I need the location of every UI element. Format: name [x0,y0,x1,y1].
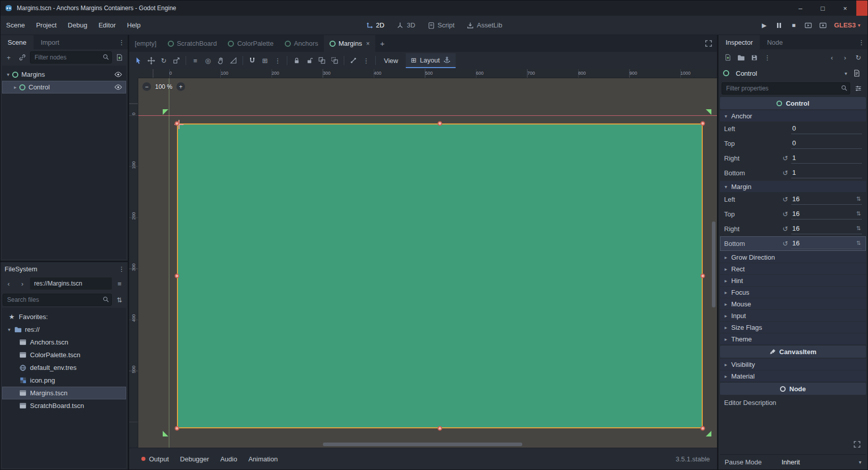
zoom-out-button[interactable]: − [142,82,151,91]
menu-project[interactable]: Project [31,16,62,35]
resize-handle-bottom-right[interactable] [701,426,705,431]
bottom-tab-audio[interactable]: Audio [215,455,242,463]
visibility-toggle[interactable] [112,83,124,91]
history-forward-button[interactable]: › [16,277,28,290]
resize-handle-top-right[interactable] [701,121,705,126]
close-button[interactable]: × [834,1,856,16]
group-anchor[interactable]: ▾ Anchor [720,110,866,121]
file-row[interactable]: ColorPalette.tscn [2,349,126,361]
play-scene-button[interactable] [801,19,815,32]
scene-tree-row-margins[interactable]: ▾ Margins [2,68,126,81]
skeleton-options-icon[interactable]: ⋮ [360,54,372,67]
group-selected-button[interactable] [316,54,328,67]
layout-menu-button[interactable]: ⊞ Layout [406,53,456,68]
open-docs-button[interactable] [851,67,863,79]
move-tool-button[interactable] [145,54,157,67]
group-visibility[interactable]: ▸ Visibility [720,359,866,370]
stop-button[interactable]: ■ [787,19,800,32]
select-tool-button[interactable] [132,54,144,67]
margin-bottom-field[interactable]: 16⇅ [791,239,862,249]
revert-icon[interactable]: ↺ [781,196,790,203]
anchor-right-field[interactable]: 1 [791,153,862,164]
file-row-selected[interactable]: Margins.tscn [2,387,126,399]
group-grow-direction[interactable]: ▸ Grow Direction [720,252,866,263]
visibility-toggle[interactable] [112,71,124,78]
pan-tool-button[interactable] [215,54,227,67]
workspace-script-button[interactable]: Script [422,16,460,35]
revert-icon[interactable]: ↺ [781,240,790,247]
anchor-top-field[interactable]: 0 [791,139,862,149]
add-node-button[interactable]: + [3,51,15,64]
resize-handle-top-left[interactable] [175,121,179,126]
snap-options-icon[interactable]: ⋮ [272,54,284,67]
scene-tab-empty[interactable]: [empty] [129,35,162,52]
scene-dock-menu-icon[interactable]: ⋮ [115,35,128,49]
group-hint[interactable]: ▸ Hint [720,275,866,286]
group-mouse[interactable]: ▸ Mouse [720,298,866,309]
file-row[interactable]: icon.png [2,374,126,387]
anchor-icon[interactable] [443,56,451,64]
spinner-icon[interactable]: ⇅ [856,210,861,217]
minimize-button[interactable]: – [789,1,812,16]
margin-left-field[interactable]: 16⇅ [791,195,862,205]
resize-handle-bottom-center[interactable] [438,426,442,431]
rotate-tool-button[interactable]: ↻ [158,54,170,67]
spinner-icon[interactable]: ⇅ [856,225,861,232]
breadcrumb[interactable]: res://Margins.tscn [30,277,112,290]
collapse-icon[interactable]: ▾ [5,327,13,332]
history-forward-button[interactable]: › [839,51,851,64]
search-files-input[interactable] [3,294,112,306]
revert-icon[interactable]: ↺ [781,154,790,162]
menu-editor[interactable]: Editor [93,16,122,35]
inspector-menu-icon[interactable]: ⋮ [855,35,867,49]
resize-handle-top-center[interactable] [438,121,442,126]
expand-icon[interactable]: ▸ [11,84,19,90]
maximize-button[interactable]: □ [812,1,834,16]
menu-debug[interactable]: Debug [62,16,93,35]
file-row[interactable]: default_env.tres [2,361,126,374]
revert-icon[interactable]: ↺ [781,210,790,218]
workspace-3d-button[interactable]: 3D [391,16,421,35]
zoom-level[interactable]: 100 % [155,83,172,90]
save-resource-button[interactable] [748,51,760,64]
list-select-tool-button[interactable]: ≡ [189,54,201,67]
distraction-free-button[interactable] [700,35,717,52]
load-resource-button[interactable] [735,51,747,64]
split-mode-toggle-icon[interactable]: ≡ [113,277,126,290]
scene-tab-margins[interactable]: Margins × [324,35,375,52]
group-rect[interactable]: ▸ Rect [720,263,866,274]
grid-snap-button[interactable]: ⊞ [259,54,271,67]
pause-button[interactable] [772,19,786,32]
sort-files-icon[interactable]: ⇅ [113,294,126,306]
group-size-flags[interactable]: ▸ Size Flags [720,322,866,333]
pause-mode-select[interactable]: Inherit ▾ [782,458,861,466]
revert-icon[interactable]: ↺ [781,225,790,233]
group-theme[interactable]: ▸ Theme [720,333,866,344]
renderer-select[interactable]: GLES3 ▾ [831,21,863,29]
smart-snap-button[interactable] [246,54,258,67]
vertical-scrollbar[interactable] [712,222,715,307]
scale-tool-button[interactable] [170,54,183,67]
menu-help[interactable]: Help [122,16,146,35]
property-tools-icon[interactable] [852,82,864,95]
root-folder-row[interactable]: ▾ res:// [2,323,126,336]
history-back-button[interactable]: ‹ [3,277,15,290]
workspace-2d-button[interactable]: 2D [360,16,390,35]
close-tab-icon[interactable]: × [366,40,370,47]
tab-inspector[interactable]: Inspector [719,35,760,49]
bottom-tab-animation[interactable]: Animation [243,455,283,463]
play-custom-scene-button[interactable] [816,19,830,32]
spinner-icon[interactable]: ⇅ [856,240,861,246]
filesystem-menu-icon[interactable]: ⋮ [115,265,128,273]
workspace-assetlib-button[interactable]: AssetLib [461,16,508,35]
editor-description-area[interactable] [720,410,866,454]
history-back-button[interactable]: ‹ [826,51,838,64]
scene-tab-scratchboard[interactable]: ScratchBoard [162,35,223,52]
unlock-object-button[interactable] [303,54,315,67]
skeleton-button[interactable] [347,54,360,67]
zoom-in-button[interactable]: + [176,82,185,91]
bottom-tab-debugger[interactable]: Debugger [175,455,214,463]
group-margin[interactable]: ▾ Margin [720,181,866,192]
edited-node-selector[interactable]: Control ▾ [719,66,867,81]
tab-import[interactable]: Import [34,35,67,49]
